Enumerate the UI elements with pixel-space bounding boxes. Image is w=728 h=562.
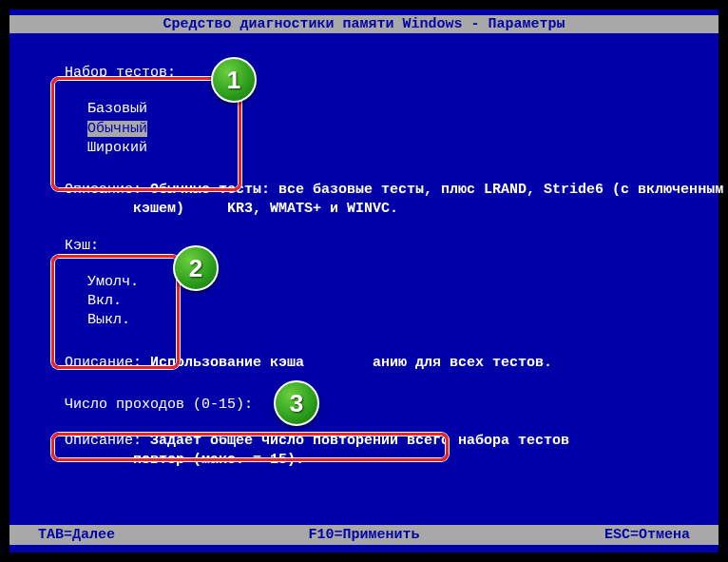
test-description-cont: кэшем) KR3, WMATS+ и WINVC. bbox=[19, 200, 709, 219]
hint-tab: TAB=Далее bbox=[38, 527, 256, 543]
cache-label: Кэш: bbox=[19, 237, 709, 256]
content-area: Набор тестов: Базовый Обычный Широкий Оп… bbox=[10, 33, 718, 478]
hint-esc: ESC=Отмена bbox=[472, 527, 690, 543]
footer-bar: TAB=Далее F10=Применить ESC=Отмена bbox=[10, 525, 718, 545]
pass-description-cont: повтор (макс. = 15). bbox=[19, 451, 709, 470]
test-set-label: Набор тестов: bbox=[19, 64, 709, 83]
test-option-extended[interactable]: Широкий bbox=[19, 139, 709, 158]
hint-f10: F10=Применить bbox=[256, 527, 473, 543]
pass-count-field[interactable]: Число проходов (0-15): 2 bbox=[19, 396, 709, 415]
test-option-basic[interactable]: Базовый bbox=[19, 100, 709, 119]
cache-description: Описание: Использование кэша анию для вс… bbox=[19, 354, 709, 373]
cache-option-off[interactable]: Выкл. bbox=[19, 311, 709, 330]
pass-description: Описание: Задает общее число повторений … bbox=[19, 432, 709, 451]
test-option-standard[interactable]: Обычный bbox=[19, 120, 709, 139]
title-bar: Средство диагностики памяти Windows - Па… bbox=[10, 15, 718, 33]
memory-diagnostic-screen: Средство диагностики памяти Windows - Па… bbox=[10, 10, 718, 552]
cache-option-default[interactable]: Умолч. bbox=[19, 273, 709, 292]
test-description: Описание: Обычные тесты: все базовые тес… bbox=[19, 181, 709, 200]
cache-option-on[interactable]: Вкл. bbox=[19, 292, 709, 311]
window-title: Средство диагностики памяти Windows - Па… bbox=[163, 16, 565, 32]
